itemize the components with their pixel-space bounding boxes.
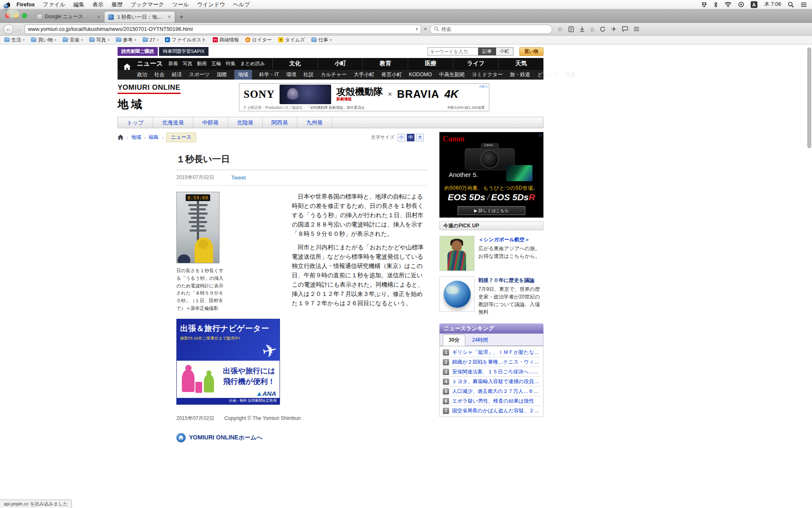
bookmark-folder[interactable]: 買い物▾ bbox=[31, 37, 56, 43]
bookmarks-menu-icon[interactable] bbox=[568, 26, 574, 32]
shopping-button[interactable]: 買い物 bbox=[519, 47, 543, 56]
subscribe-badge[interactable]: 読売新聞ご購読 bbox=[118, 47, 158, 56]
nav-item[interactable]: 社説 bbox=[304, 71, 314, 78]
nav-item[interactable]: ヨミドクター bbox=[472, 71, 502, 78]
pickup-link[interactable]: ＜シンガポール航空＞ bbox=[478, 236, 543, 243]
nav-item[interactable]: 特集 bbox=[226, 61, 236, 67]
pickup-item[interactable]: 戦後７０年に歴史を議論 7月9日、東京で、世界の歴史家・政治学者が20世紀の教訓… bbox=[439, 276, 543, 316]
menu-hamburger-icon[interactable] bbox=[634, 27, 639, 31]
nav-item[interactable]: KODOMO bbox=[409, 72, 432, 77]
nav-home-icon[interactable] bbox=[121, 64, 132, 72]
url-dropdown-icon[interactable]: ▾ bbox=[416, 27, 418, 31]
list-item[interactable]: 7国交省局長のかばん盗んだ容疑、２３歳の男逮捕 bbox=[443, 406, 540, 416]
chat-icon[interactable] bbox=[622, 26, 628, 32]
nav-item[interactable]: 政治 bbox=[137, 71, 147, 78]
pickup-link[interactable]: 戦後７０年に歴史を議論 bbox=[478, 276, 543, 284]
ranking-link[interactable]: 国交省局長のかばん盗んだ容疑、２３歳の男逮捕 bbox=[452, 407, 540, 414]
bookmark-folder[interactable]: 27▾ bbox=[143, 37, 159, 42]
nav-section[interactable]: 教育 bbox=[362, 58, 408, 69]
list-item[interactable]: 6エボラ疑い男性、検査の結果は陰性 bbox=[443, 396, 540, 406]
list-item[interactable]: 5人口減少、過去最大の２７万人…６年連続減 bbox=[443, 387, 540, 396]
nav-item[interactable]: 発言小町 bbox=[381, 71, 402, 78]
nav-item[interactable]: 動画 bbox=[197, 61, 207, 67]
nav-item[interactable]: まとめ読み bbox=[240, 61, 265, 67]
region-tab[interactable]: 関西発 bbox=[263, 117, 297, 128]
region-tab[interactable]: 九州発 bbox=[297, 117, 332, 128]
search-komachi-button[interactable]: 小町 bbox=[496, 47, 513, 55]
canon-cta-button[interactable]: ▶ 詳しくはこちら bbox=[458, 206, 525, 215]
new-tab-button[interactable]: + bbox=[175, 11, 188, 22]
article-photo[interactable]: 8:59:60 bbox=[176, 192, 219, 263]
url-input[interactable] bbox=[28, 26, 413, 32]
ranking-link[interactable]: 錦織が２回戦を棄権…テニス・ウィンブルドン bbox=[452, 359, 540, 366]
sync-icon[interactable] bbox=[600, 26, 606, 32]
bookmark-folder[interactable]: 仕事▾ bbox=[311, 37, 332, 43]
list-item[interactable]: 3安保関連法案、１５日ごろ採決へ…自公が確認 bbox=[443, 367, 540, 377]
wifi-icon[interactable] bbox=[724, 2, 732, 7]
menu-item-bookmarks[interactable]: ブックマーク bbox=[131, 1, 165, 8]
keyword-input[interactable] bbox=[428, 47, 478, 55]
url-bar[interactable]: ▾ bbox=[25, 25, 421, 34]
region-tab[interactable]: 北陸発 bbox=[228, 117, 263, 128]
canon-ad[interactable]: ▷ Canon Canon Another 5. 約5060万画素、もうひとつの… bbox=[439, 132, 543, 218]
nav-item[interactable]: 交通 bbox=[565, 71, 576, 78]
nav-item[interactable]: 写真 bbox=[183, 61, 192, 67]
menubar-clock[interactable]: 木 7:06 bbox=[764, 1, 781, 8]
nav-item-news[interactable]: ニュース bbox=[137, 60, 163, 68]
stop-button[interactable]: × bbox=[424, 26, 427, 32]
nav-item[interactable]: 中高生新聞 bbox=[439, 71, 464, 78]
menu-item-edit[interactable]: 編集 bbox=[74, 1, 85, 8]
adchoices-icon[interactable]: ▷ bbox=[539, 133, 542, 137]
menu-item-history[interactable]: 履歴 bbox=[112, 1, 123, 8]
tab-yomiuri-article[interactable]: １秒長い一日：地域：読売新... × bbox=[104, 11, 175, 22]
ranking-link[interactable]: 安保関連法案、１５日ごろ採決へ…自公が確認 bbox=[452, 368, 540, 375]
ana-ad[interactable]: 出張＆旅行ナビゲーター 旅割75 10月ご搭乗分まで販売中! ✈ bbox=[176, 319, 280, 405]
tab-google-news[interactable]: Google ニュース × bbox=[33, 11, 104, 22]
sony-bravia-ad[interactable]: Ad ▷ SONY 攻殻機動隊 新劇場版 × BRAVIA 4K © 士郎正宗・ bbox=[239, 83, 489, 111]
nav-item[interactable]: どうぶつ bbox=[538, 71, 558, 78]
downloads-icon[interactable] bbox=[579, 26, 585, 32]
home-icon[interactable]: ⌂ bbox=[590, 25, 594, 33]
breadcrumb-item[interactable]: 地域 bbox=[131, 134, 141, 141]
back-button[interactable]: ← bbox=[3, 24, 14, 34]
search-bar[interactable] bbox=[430, 25, 552, 34]
tab-close-icon[interactable]: × bbox=[97, 14, 100, 20]
spotlight-icon[interactable] bbox=[788, 2, 794, 8]
menu-item-help[interactable]: ヘルプ bbox=[233, 1, 250, 8]
bluetooth-icon[interactable] bbox=[714, 2, 718, 8]
font-size-large-button[interactable]: 大 bbox=[416, 134, 424, 141]
list-item[interactable]: 1ギリシャ「延滞」、ＩＭＦが新たな支援停止 bbox=[443, 348, 540, 357]
bookmark-link[interactable]: Fファイルポスト bbox=[165, 37, 206, 43]
menu-item-file[interactable]: ファイル bbox=[43, 1, 65, 8]
sapix-ad-banner[interactable]: 時事問題学習SAPIX bbox=[159, 47, 208, 56]
forward-button[interactable]: → bbox=[14, 25, 23, 33]
adchoices-icon[interactable]: Ad ▷ bbox=[480, 84, 488, 88]
tweet-button[interactable]: Tweet bbox=[231, 174, 246, 181]
breadcrumb-item-current[interactable]: ニュース bbox=[166, 133, 196, 142]
home-link[interactable]: YOMIURI ONLINEホームへ bbox=[176, 433, 427, 442]
nav-item[interactable]: 新着 bbox=[168, 61, 178, 67]
nav-section[interactable]: ライフ bbox=[453, 58, 498, 69]
nav-section[interactable]: 天気 bbox=[498, 58, 543, 69]
nav-item[interactable]: 科学・IT bbox=[259, 71, 279, 78]
region-tab-top[interactable]: トップ bbox=[118, 117, 153, 128]
nav-section[interactable]: 医療 bbox=[408, 58, 453, 69]
nav-item[interactable]: 環境 bbox=[286, 71, 296, 78]
yomiuri-logo[interactable]: YOMIURI ONLINE bbox=[118, 83, 181, 94]
menu-item-firefox[interactable]: Firefox bbox=[16, 1, 35, 8]
font-size-small-button[interactable]: 小 bbox=[398, 134, 405, 141]
bookmark-folder[interactable]: 生活▾ bbox=[4, 37, 25, 43]
font-size-medium-button[interactable]: 中 bbox=[407, 134, 414, 141]
menu-item-window[interactable]: ウインドウ bbox=[197, 1, 225, 8]
ranking-link[interactable]: トヨタ、麻薬輸入容疑で逮捕の役員の辞任発表 bbox=[452, 378, 540, 385]
bookmark-folder[interactable]: 写真▾ bbox=[89, 37, 110, 43]
bookmark-link[interactable]: Y!路線情報 bbox=[213, 37, 239, 43]
send-tab-icon[interactable]: ✈ bbox=[611, 25, 617, 33]
scrollbar[interactable] bbox=[807, 47, 811, 148]
nav-section[interactable]: 小町 bbox=[318, 58, 363, 69]
menu-item-tools[interactable]: ツール bbox=[172, 1, 189, 8]
search-input[interactable] bbox=[442, 26, 548, 32]
nav-item[interactable]: カルチャー bbox=[321, 71, 347, 78]
bookmark-star-icon[interactable]: ☆ bbox=[557, 25, 563, 33]
pickup-item[interactable]: ＜シンガポール航空＞ 広がる東南アジアへの旅。お得な運賃はこちらから。 bbox=[439, 236, 543, 271]
